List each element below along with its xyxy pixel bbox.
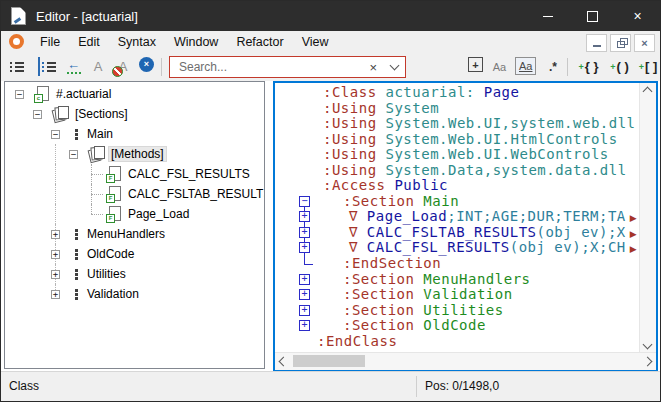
menu-syntax[interactable]: Syntax: [109, 31, 165, 53]
expander-expand-icon[interactable]: +: [51, 270, 60, 279]
vertical-scrollbar[interactable]: [639, 83, 656, 353]
expander-collapse-icon[interactable]: −: [33, 110, 42, 119]
tree-item-label: #.actuarial: [53, 86, 114, 102]
mdi-restore-button[interactable]: [610, 34, 631, 52]
back-underline: [67, 72, 81, 74]
scroll-left-icon[interactable]: [279, 357, 289, 367]
function-icon: F: [107, 186, 122, 202]
code-line: :Class actuarial: Page: [275, 85, 640, 101]
fold-plus-icon[interactable]: +: [299, 289, 310, 300]
match-case-icon[interactable]: Aa: [491, 57, 508, 76]
tree-item-page-load[interactable]: FPage_Load: [5, 204, 264, 224]
insert-brackets-icon[interactable]: +[ ]: [637, 57, 659, 76]
type-badge: c: [34, 94, 43, 103]
minimize-button[interactable]: [525, 1, 570, 31]
mdi-minimize-button[interactable]: [586, 34, 607, 52]
line-numbers-icon[interactable]: [9, 57, 26, 76]
outline-icon[interactable]: [38, 57, 57, 76]
regex-icon[interactable]: .*: [545, 57, 561, 76]
menu-edit[interactable]: Edit: [69, 31, 109, 53]
box-plus-icon[interactable]: +: [468, 57, 483, 72]
search-dropdown-icon[interactable]: [390, 61, 400, 71]
tree-item-menuhandlers[interactable]: +MenuHandlers: [5, 224, 264, 244]
tree-item-validation[interactable]: +Validation: [5, 284, 264, 304]
close-button[interactable]: ×: [615, 1, 660, 31]
maximize-button[interactable]: [570, 1, 615, 31]
code-token: Public: [394, 177, 448, 193]
fold-plus-icon[interactable]: +: [299, 211, 310, 222]
whole-word-icon[interactable]: Aa: [515, 57, 536, 75]
menu-file[interactable]: File: [31, 31, 69, 53]
menu-window[interactable]: Window: [165, 31, 227, 53]
menu-view[interactable]: View: [293, 31, 338, 53]
tree-item-methods[interactable]: −[Methods]: [5, 144, 264, 164]
tree-item-actuarial[interactable]: −c#.actuarial: [5, 84, 264, 104]
code-token: Utilities: [423, 302, 503, 318]
tree-item-sections[interactable]: −[Sections]: [5, 104, 264, 124]
fold-plus-icon[interactable]: +: [299, 227, 310, 238]
pages-icon: [53, 106, 69, 122]
section-icon: [71, 286, 81, 302]
horizontal-scrollbar[interactable]: [275, 352, 656, 370]
class-tree-pane: −c#.actuarial−[Sections]−Main−[Methods]F…: [4, 81, 265, 369]
fold-plus-icon[interactable]: +: [299, 274, 310, 285]
expander-collapse-icon[interactable]: −: [69, 150, 78, 159]
mdi-close-button[interactable]: ×: [634, 34, 655, 52]
match-letter-icon[interactable]: A: [91, 57, 105, 76]
fold-plus-icon[interactable]: +: [299, 320, 310, 331]
truncation-marker: ▶: [630, 244, 637, 254]
fold-plus-icon[interactable]: +: [299, 242, 310, 253]
expander-collapse-icon[interactable]: −: [51, 130, 60, 139]
mdi-minimize-icon: [593, 45, 601, 47]
fold-plus-icon[interactable]: +: [299, 305, 310, 316]
expander-collapse-icon[interactable]: −: [15, 90, 24, 99]
section-icon: [71, 266, 81, 282]
tree-item-utilities[interactable]: +Utilities: [5, 264, 264, 284]
tree-connector: [87, 164, 107, 184]
code-token: :EndClass: [317, 333, 397, 349]
back-icon[interactable]: ←: [65, 57, 82, 76]
code-line: :Using System: [275, 101, 640, 117]
menu-items: FileEditSyntaxWindowRefactorView: [31, 31, 338, 53]
expander-expand-icon[interactable]: +: [51, 290, 60, 299]
type-badge: F: [106, 174, 115, 183]
toolbar-separator: [161, 58, 162, 76]
scroll-up-icon[interactable]: [643, 87, 653, 97]
minimize-icon: [543, 16, 553, 17]
tree-rows: −c#.actuarial−[Sections]−Main−[Methods]F…: [5, 84, 264, 304]
code-line: +∇ CALC_FSLTAB_RESULTS(obj ev);X▶: [275, 225, 640, 241]
code-line: −:Section Main: [275, 194, 640, 210]
insert-parens-icon[interactable]: +( ): [607, 57, 632, 76]
code-token: :Access: [323, 177, 394, 193]
parens-glyph: ( ): [616, 59, 628, 74]
tree-item-calc-fsltab-results[interactable]: FCALC_FSLTAB_RESULTS: [5, 184, 264, 204]
section-icon: [71, 126, 81, 142]
expander-expand-icon[interactable]: +: [51, 230, 60, 239]
search-box[interactable]: ×: [169, 56, 406, 78]
section-icon: [71, 246, 81, 262]
code-line: +:Section Validation: [275, 287, 640, 303]
code-pane[interactable]: :Class actuarial: Page:Using System:Usin…: [273, 81, 658, 372]
no-match-letter-icon[interactable]: A: [116, 57, 130, 76]
tree-item-calc-fsl-results[interactable]: FCALC_FSL_RESULTS: [5, 164, 264, 184]
caption-buttons: ×: [525, 1, 660, 31]
tree-item-main[interactable]: −Main: [5, 124, 264, 144]
horizontal-scroll-thumb[interactable]: [293, 355, 365, 367]
editor-window: Editor - [actuarial] × FileEditSyntaxWin…: [0, 0, 661, 402]
expander-expand-icon[interactable]: +: [51, 250, 60, 259]
search-input[interactable]: [177, 59, 369, 75]
fold-minus-icon[interactable]: −: [299, 196, 310, 207]
search-clear-icon[interactable]: ×: [369, 61, 377, 74]
code-token: :Using: [323, 115, 386, 131]
window-title: Editor - [actuarial]: [36, 9, 138, 24]
code-line: :Using System.Web.UI.HtmlControls: [275, 132, 640, 148]
section-icon: [71, 226, 81, 242]
menu-refactor[interactable]: Refactor: [227, 31, 292, 53]
tree-item-oldcode[interactable]: +OldCode: [5, 244, 264, 264]
type-badge: F: [106, 194, 115, 203]
scroll-down-icon[interactable]: [643, 340, 653, 350]
clear-circle-icon[interactable]: ×: [139, 57, 154, 72]
insert-braces-icon[interactable]: +{ }: [576, 57, 601, 76]
scroll-right-icon[interactable]: [643, 357, 653, 367]
toolbar-separator: [567, 58, 568, 76]
